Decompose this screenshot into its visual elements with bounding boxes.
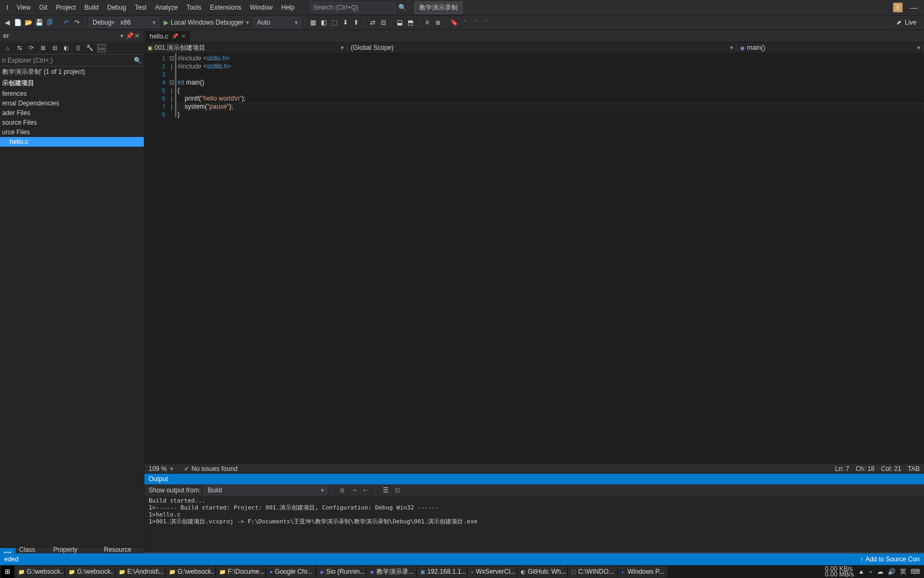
taskbar-item[interactable]: ▣192.168.1.1... — [417, 566, 466, 577]
menu-view[interactable]: View — [12, 2, 35, 13]
tree-item[interactable]: hello.c — [0, 137, 144, 147]
pin-icon[interactable]: 📌 — [172, 33, 178, 39]
tool-icon[interactable]: ⬆ — [351, 18, 361, 27]
tool-icon[interactable]: ≡ — [422, 18, 432, 27]
tool-icon[interactable]: " — [482, 18, 491, 27]
taskbar-item[interactable]: 📁E:\Android\... — [116, 566, 165, 577]
fold-column[interactable]: ⊟|⊟||| — [168, 54, 175, 463]
tree-item[interactable]: source Files — [0, 118, 144, 127]
taskbar-item[interactable]: ●WxServerCl... — [467, 566, 517, 577]
file-tab[interactable]: hello.c 📌 ✕ — [145, 30, 190, 42]
issues-label[interactable]: No issues found — [191, 465, 237, 473]
tool-icon[interactable]: ⬒ — [406, 18, 415, 27]
save-all-icon[interactable]: 🗐 — [45, 18, 55, 27]
auto-select[interactable]: Auto ▾ — [253, 17, 302, 28]
menu-project[interactable]: Project — [51, 2, 80, 13]
tree-item[interactable]: ferences — [0, 89, 144, 98]
dropdown-icon[interactable]: ▾ — [118, 32, 126, 40]
show-all-icon[interactable]: ◐ — [62, 44, 71, 52]
close-icon[interactable]: ✕ — [133, 32, 141, 40]
output-tool-icon[interactable]: ☰ — [381, 486, 390, 495]
tray-icon[interactable]: ▲ — [858, 568, 865, 575]
tree-item[interactable]: 教学演示录制' (1 of 1 project) — [0, 66, 144, 78]
config-select[interactable]: Debug ▾ — [89, 17, 116, 28]
tree-item[interactable]: ader Files — [0, 108, 144, 118]
new-icon[interactable]: 📄 — [13, 18, 22, 27]
tool-icon[interactable]: ⊟ — [379, 18, 388, 27]
zoom-level[interactable]: 109 % — [149, 465, 167, 473]
tool-icon[interactable]: ≣ — [433, 18, 443, 27]
menu-git[interactable]: Git — [35, 2, 51, 13]
open-icon[interactable]: 📂 — [24, 18, 33, 27]
taskbar-item[interactable]: ◆教学演示录... — [367, 566, 416, 577]
tool-icon[interactable]: " — [460, 18, 470, 27]
save-icon[interactable]: 💾 — [34, 18, 44, 27]
output-source-select[interactable]: Build ▾ — [204, 485, 327, 495]
sync-icon[interactable]: ⟳ — [27, 44, 35, 52]
taskbar-item[interactable]: ●Google Chr... — [266, 566, 315, 577]
platform-select[interactable]: x86 ▾ — [117, 17, 159, 28]
close-icon[interactable]: ✕ — [181, 33, 186, 39]
nav-func-select[interactable]: ◉ main() ▾ — [737, 44, 924, 51]
chevron-down-icon[interactable]: ▾ — [170, 465, 173, 473]
solution-explorer-search[interactable]: n Explorer (Ctrl+;) 🔍 — [0, 55, 144, 66]
bookmark-icon[interactable]: 🔖 — [450, 18, 459, 27]
taskbar-item[interactable]: ▸Windows P... — [618, 566, 667, 577]
properties-icon[interactable]: 🔧 — [86, 44, 94, 52]
menu-tools[interactable]: Tools — [182, 2, 206, 13]
tool-icon[interactable]: ⬚ — [330, 18, 340, 27]
pin-icon[interactable]: 📌 — [126, 32, 133, 40]
tool-icon[interactable]: " — [471, 18, 481, 27]
menu-help[interactable]: Help — [277, 2, 299, 13]
tool-icon[interactable]: ◧ — [319, 18, 329, 27]
menu-t[interactable]: t — [2, 2, 12, 13]
menu-build[interactable]: Build — [80, 2, 103, 13]
output-tool-icon[interactable]: ⇢ — [350, 486, 358, 495]
minimize-button[interactable]: — — [910, 3, 918, 12]
nav-project-select[interactable]: ▣ 001.演示创建项目 ▾ — [144, 43, 348, 52]
taskbar-item[interactable]: 📁G:\websock... — [15, 566, 64, 577]
taskbar-item[interactable]: ◆Sio (Runnin... — [317, 566, 366, 577]
solution-tree[interactable]: 教学演示录制' (1 of 1 project)示创建项目ferencesern… — [0, 66, 144, 547]
output-tool-icon[interactable]: ⇠ — [361, 486, 370, 495]
code-icon[interactable]: ⟨⟩ — [74, 44, 82, 52]
menu-extensions[interactable]: Extensions — [206, 2, 246, 13]
code-editor[interactable]: 12345678 ⊟|⊟||| #include <stdio.h>#inclu… — [144, 54, 924, 463]
start-debug-button[interactable]: ▶Local Windows Debugger ▾ — [160, 17, 252, 28]
output-title[interactable]: Output — [144, 474, 924, 484]
volume-icon[interactable]: 🔊 — [888, 568, 896, 575]
output-text[interactable]: Build started... 1>------ Build started:… — [144, 496, 924, 552]
filter-icon[interactable]: ⊞ — [38, 44, 47, 52]
tray-icon[interactable]: ⌨ — [911, 568, 920, 575]
tree-item[interactable]: ernal Dependencies — [0, 98, 144, 108]
start-button[interactable]: ⊞ — [1, 566, 14, 577]
output-tool-icon[interactable]: ⊟ — [393, 486, 402, 495]
menu-window[interactable]: Window — [245, 2, 277, 13]
taskbar-item[interactable]: ◐GitHub: Wh... — [518, 566, 567, 577]
menu-analyze[interactable]: Analyze — [151, 2, 182, 13]
tool-icon[interactable]: ⇄ — [368, 18, 378, 27]
tray-icon[interactable]: ☁ — [877, 568, 883, 575]
switch-icon[interactable]: ⇆ — [15, 44, 24, 52]
menu-test[interactable]: Test — [130, 2, 151, 13]
tool-icon[interactable]: ⬓ — [395, 18, 405, 27]
tree-item[interactable]: urce Files — [0, 127, 144, 137]
back-icon[interactable]: ◀ — [2, 18, 12, 27]
menu-debug[interactable]: Debug — [103, 2, 130, 13]
user-badge[interactable]: 王 — [893, 3, 903, 12]
home-icon[interactable]: ⌂ — [3, 44, 12, 52]
ime-indicator[interactable]: 英 — [900, 567, 906, 576]
tree-item[interactable]: 示创建项目 — [0, 78, 144, 89]
code-lines[interactable]: #include <stdio.h>#include <stdlib.h>int… — [175, 54, 924, 463]
tool-icon[interactable]: ▦ — [309, 18, 318, 27]
live-share-label[interactable]: Live — [905, 19, 917, 26]
search-input[interactable]: Search (Ctrl+Q) — [310, 2, 395, 13]
taskbar-item[interactable]: 📁F:\Docume... — [216, 566, 265, 577]
wechat-icon[interactable]: ● — [869, 568, 873, 575]
system-tray[interactable]: 0.00 KB/s 0.00 MB/s ▲ ● ☁ 🔊 英 ⌨ — [825, 566, 923, 577]
nav-scope-select[interactable]: (Global Scope) ▾ — [348, 44, 737, 51]
tool-icon[interactable]: ⬇ — [341, 18, 350, 27]
search-icon[interactable]: 🔍 — [397, 4, 408, 11]
taskbar-item[interactable]: ▢C:\WINDO... — [568, 566, 617, 577]
add-to-source-control[interactable]: ↑ Add to Source Con — [860, 556, 920, 563]
